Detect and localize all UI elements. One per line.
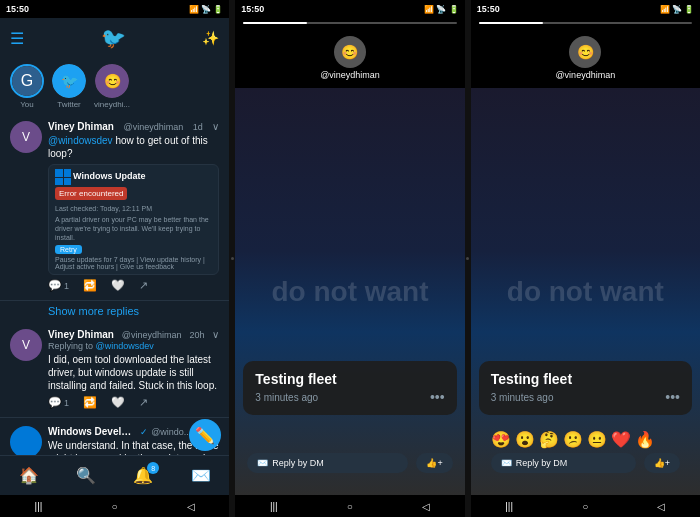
share-icon-2: ↗ [139, 396, 148, 409]
share-icon-1: ↗ [139, 279, 148, 292]
hamburger-icon[interactable]: ☰ [10, 29, 24, 48]
attachment-footer: Pause updates for 7 days | View update h… [55, 256, 212, 270]
panel-fleet-2: 15:50 📶 📡 🔋 😊 @vineydhiman do not want T… [471, 0, 700, 517]
fleet-username-2: @vineydhiman [320, 70, 380, 80]
tweet-handle-2: @vineydhiman [122, 330, 182, 340]
fleet-card-dots-2[interactable]: ••• [430, 389, 445, 405]
fleet-header-2: 😊 @vineydhiman [235, 28, 464, 88]
replying-to-2: Replying to @windowsdev [48, 341, 219, 351]
sys-nav-back-2[interactable]: ◁ [422, 501, 430, 512]
status-time-3: 15:50 [477, 4, 500, 14]
tweet-avatar-3 [10, 426, 42, 455]
reply-label-3: Reply by DM [516, 458, 568, 468]
emoji-love-3[interactable]: 😍 [491, 430, 511, 449]
reply-label-2: Reply by DM [272, 458, 324, 468]
action-comment-2[interactable]: 💬 1 [48, 396, 69, 409]
action-retweet-2[interactable]: 🔁 [83, 396, 97, 409]
nav-search[interactable]: 🔍 [76, 466, 96, 485]
action-share-2[interactable]: ↗ [139, 396, 148, 409]
tweet-text-2: I did, oem tool downloaded the latest dr… [48, 353, 219, 392]
tweet-chevron-1[interactable]: ∨ [212, 121, 219, 132]
fleet-reply-btn-2[interactable]: ✉️ Reply by DM [247, 453, 408, 473]
like-icon-1: 🤍 [111, 279, 125, 292]
sys-nav-home-3[interactable]: ○ [582, 501, 588, 512]
comment-icon-1: 💬 [48, 279, 62, 292]
account-avatar-twitter[interactable]: 🐦 [52, 64, 86, 98]
tweet-avatar-1: V [10, 121, 42, 153]
action-comment-1[interactable]: 💬 1 [48, 279, 69, 292]
sys-nav-back-3[interactable]: ◁ [657, 501, 665, 512]
replying-link-2: @windowsdev [96, 341, 154, 351]
emoji-heart-3[interactable]: ❤️ [611, 430, 631, 449]
comment-count-1: 1 [64, 281, 69, 291]
fleet-like-btn-2[interactable]: 👍+ [416, 453, 452, 473]
sys-nav-menu-3[interactable]: ||| [505, 501, 513, 512]
windows-icon-tweet [18, 434, 34, 450]
twitter-header: ☰ 🐦 ✨ [0, 18, 229, 58]
emoji-sad-3[interactable]: 😕 [563, 430, 583, 449]
nav-messages[interactable]: ✉️ [191, 466, 211, 485]
sys-nav-back-1[interactable]: ◁ [187, 501, 195, 512]
status-icons-2: 📶 📡 🔋 [424, 5, 458, 14]
account-avatar-you[interactable]: G [10, 64, 44, 98]
twitter-logo: 🐦 [101, 26, 126, 50]
retry-btn[interactable]: Retry [55, 245, 82, 254]
divider-dot-1 [231, 257, 234, 260]
action-share-1[interactable]: ↗ [139, 279, 148, 292]
sys-nav-home-2[interactable]: ○ [347, 501, 353, 512]
tweet-body-2: Viney Dhiman @vineydhiman 20h ∨ Replying… [48, 329, 219, 409]
action-like-1[interactable]: 🤍 [111, 279, 125, 292]
tweet-handle-1: @vineydhiman [124, 122, 184, 132]
attachment-error-1: Error encountered [55, 187, 127, 200]
fleet-card-2: Testing fleet 3 minutes ago ••• [243, 361, 456, 415]
sys-nav-menu-1[interactable]: ||| [35, 501, 43, 512]
tweet-time-1: 1d [193, 122, 203, 132]
sparkle-icon[interactable]: ✨ [202, 30, 219, 46]
tweet-link-1: @windowsdev [48, 135, 113, 146]
attachment-body-1: A partial driver on your PC may be bette… [55, 215, 212, 242]
comment-icon-2: 💬 [48, 396, 62, 409]
tweet-avatar-2: V [10, 329, 42, 361]
show-more-replies[interactable]: Show more replies [0, 301, 229, 321]
status-time-2: 15:50 [241, 4, 264, 14]
like-icon-2: 🤍 [111, 396, 125, 409]
sys-nav-2: ||| ○ ◁ [235, 495, 464, 517]
emoji-neutral-3[interactable]: 😐 [587, 430, 607, 449]
like-label-3: 👍+ [654, 458, 670, 468]
nav-notifications[interactable]: 🔔 8 [133, 466, 153, 485]
tweet-actions-2: 💬 1 🔁 🤍 ↗ [48, 396, 219, 409]
action-retweet-1[interactable]: 🔁 [83, 279, 97, 292]
sys-nav-menu-2[interactable]: ||| [270, 501, 278, 512]
nav-home[interactable]: 🏠 [19, 466, 39, 485]
comment-count-2: 1 [64, 398, 69, 408]
reply-icon-2: ✉️ [257, 458, 268, 468]
fleet-username-3: @vineydhiman [555, 70, 615, 80]
attachment-title-1: Windows Update [73, 171, 145, 181]
tweet-name-1: Viney Dhiman [48, 121, 114, 132]
fleet-reply-btn-3[interactable]: ✉️ Reply by DM [491, 453, 636, 473]
retweet-icon-2: 🔁 [83, 396, 97, 409]
status-bar-3: 15:50 📶 📡 🔋 [471, 0, 700, 18]
fleet-card-title-2: Testing fleet [255, 371, 444, 387]
fleet-progress-3 [479, 22, 692, 24]
fleet-bg-text-2: do not want [271, 276, 428, 308]
fleet-card-dots-3[interactable]: ••• [665, 389, 680, 405]
fleet-header-3: 😊 @vineydhiman [471, 28, 700, 88]
emoji-wow-3[interactable]: 😮 [515, 430, 535, 449]
tweet-header-2: Viney Dhiman @vineydhiman 20h ∨ [48, 329, 219, 340]
notification-badge: 8 [147, 462, 159, 474]
emoji-reaction-bar-3: 😍 😮 🤔 😕 😐 ❤️ 🔥 [483, 430, 663, 449]
windows-icon-attachment [55, 169, 71, 185]
account-avatar-viney[interactable]: 😊 [95, 64, 129, 98]
fleet-avatar-2: 😊 [334, 36, 366, 68]
account-label-viney: vineydhi... [94, 100, 130, 109]
tweet-text-1: @windowsdev how to get out of this loop? [48, 134, 219, 160]
action-like-2[interactable]: 🤍 [111, 396, 125, 409]
emoji-think-3[interactable]: 🤔 [539, 430, 559, 449]
tweet-chevron-2[interactable]: ∨ [212, 329, 219, 340]
emoji-fire-3[interactable]: 🔥 [635, 430, 655, 449]
fleet-like-btn-3[interactable]: 👍+ [644, 453, 680, 473]
feed-content: V Viney Dhiman @vineydhiman 1d ∨ @window… [0, 113, 229, 455]
sys-nav-home-1[interactable]: ○ [112, 501, 118, 512]
sys-nav-1: ||| ○ ◁ [0, 495, 229, 517]
